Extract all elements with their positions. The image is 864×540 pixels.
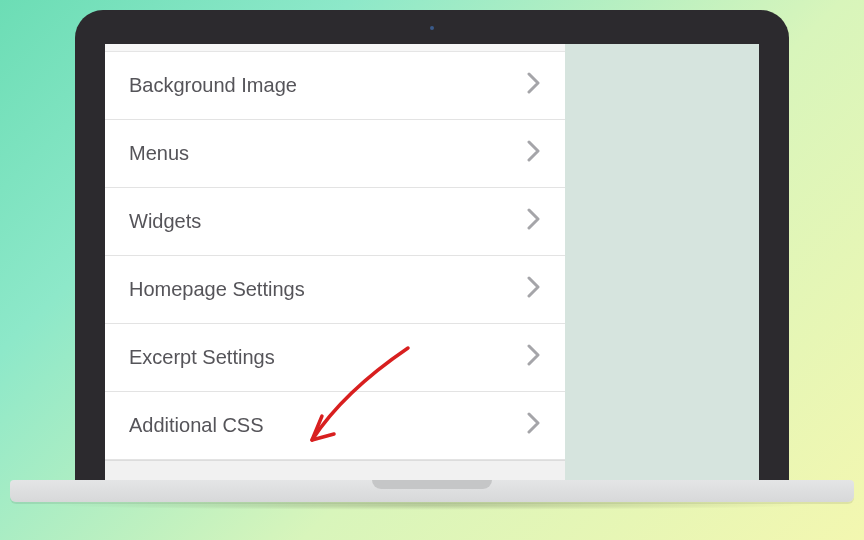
menu-item-label: Menus bbox=[129, 142, 189, 165]
panel-top-strip bbox=[105, 44, 565, 52]
chevron-right-icon bbox=[527, 72, 541, 99]
screen: Background Image Menus Widgets bbox=[105, 44, 759, 485]
laptop-lid: Background Image Menus Widgets bbox=[75, 10, 789, 485]
menu-item-label: Background Image bbox=[129, 74, 297, 97]
menu-item-label: Additional CSS bbox=[129, 414, 264, 437]
preview-area bbox=[565, 44, 759, 485]
chevron-right-icon bbox=[527, 276, 541, 303]
menu-item-label: Homepage Settings bbox=[129, 278, 305, 301]
laptop-frame: Background Image Menus Widgets bbox=[75, 10, 789, 485]
menu-item-widgets[interactable]: Widgets bbox=[105, 188, 565, 256]
customizer-panel: Background Image Menus Widgets bbox=[105, 44, 565, 485]
chevron-right-icon bbox=[527, 412, 541, 439]
menu-item-excerpt-settings[interactable]: Excerpt Settings bbox=[105, 324, 565, 392]
camera-dot bbox=[430, 26, 434, 30]
menu-item-homepage-settings[interactable]: Homepage Settings bbox=[105, 256, 565, 324]
laptop-notch bbox=[372, 480, 492, 489]
menu-item-label: Excerpt Settings bbox=[129, 346, 275, 369]
laptop-base bbox=[10, 480, 854, 510]
menu-item-label: Widgets bbox=[129, 210, 201, 233]
menu-item-background-image[interactable]: Background Image bbox=[105, 52, 565, 120]
menu-item-additional-css[interactable]: Additional CSS bbox=[105, 392, 565, 460]
chevron-right-icon bbox=[527, 208, 541, 235]
chevron-right-icon bbox=[527, 344, 541, 371]
menu-item-menus[interactable]: Menus bbox=[105, 120, 565, 188]
chevron-right-icon bbox=[527, 140, 541, 167]
